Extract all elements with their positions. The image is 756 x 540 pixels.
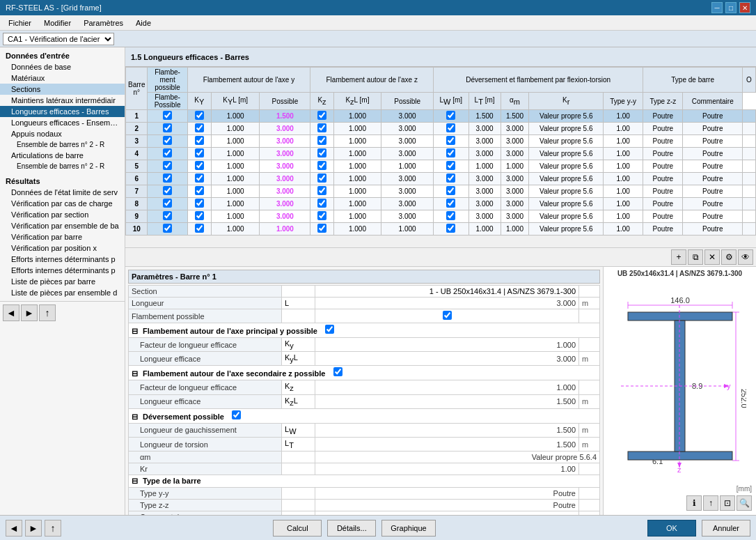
cell-typezz[interactable]: Poutre xyxy=(683,160,743,173)
chk-b[interactable] xyxy=(195,211,204,220)
cell-kz[interactable]: 1.000 xyxy=(333,173,381,185)
cell-chk-a[interactable] xyxy=(148,110,187,123)
chk-b[interactable] xyxy=(195,224,204,233)
sidebar-item-longueurs-ensemble[interactable]: Longueurs efficaces - Ensemble xyxy=(0,117,125,128)
cell-kyl[interactable]: 3.000 xyxy=(260,148,310,160)
cell-comment[interactable] xyxy=(743,160,756,173)
cell-typeyy[interactable]: Poutre xyxy=(643,223,683,236)
cell-lt[interactable]: 3.000 xyxy=(501,210,529,223)
chk-e[interactable] xyxy=(317,148,326,157)
cell-typeyy[interactable]: Poutre xyxy=(643,123,683,135)
cell-lw[interactable]: 3.000 xyxy=(468,198,501,210)
chk-e[interactable] xyxy=(317,111,326,120)
param-flambement-check[interactable] xyxy=(315,309,579,323)
cell-chk-a[interactable] xyxy=(148,123,187,135)
cell-chk-a[interactable] xyxy=(148,185,187,198)
menu-parametres[interactable]: Paramètres xyxy=(78,17,129,29)
chk-a[interactable] xyxy=(163,211,172,220)
cell-kzl[interactable]: 3.000 xyxy=(381,173,434,185)
cell-typeyy[interactable]: Poutre xyxy=(643,210,683,223)
cell-kzl[interactable]: 3.000 xyxy=(381,185,434,198)
close-button[interactable]: ✕ xyxy=(739,2,750,13)
sidebar-item-articulations[interactable]: Articulations de barre xyxy=(0,150,125,161)
cell-typezz[interactable]: Poutre xyxy=(683,135,743,148)
cell-chk-b[interactable] xyxy=(187,148,211,160)
minimize-button[interactable]: ─ xyxy=(711,2,723,13)
sidebar-item-verif-barre[interactable]: Vérification par barre xyxy=(0,231,125,242)
chk-a[interactable] xyxy=(163,161,172,170)
chk-h[interactable] xyxy=(446,211,455,220)
sidebar-item-sections[interactable]: Sections xyxy=(0,84,125,95)
table-row[interactable]: 7 1.000 3.000 1.000 3.000 3.000 3.000 Va… xyxy=(126,185,756,198)
chk-b[interactable] xyxy=(195,136,204,145)
details-button[interactable]: Détails... xyxy=(327,520,376,537)
cell-ky[interactable]: 1.000 xyxy=(211,210,260,223)
cell-lt[interactable]: 1.000 xyxy=(501,160,529,173)
sidebar-item-ensemble-barres-1[interactable]: Ensemble de barres n° 2 - R xyxy=(0,139,125,150)
nav-prev-button[interactable]: ◄ xyxy=(3,304,19,321)
param-kz-value[interactable]: 1.000 xyxy=(315,380,579,394)
cell-chk-e[interactable] xyxy=(310,185,333,198)
graphique-button[interactable]: Graphique xyxy=(381,520,435,537)
chk-b[interactable] xyxy=(195,148,204,157)
cell-kyl[interactable]: 3.000 xyxy=(260,123,310,135)
cell-typeyy[interactable]: Poutre xyxy=(643,198,683,210)
cell-comment[interactable] xyxy=(743,123,756,135)
cell-chk-a[interactable] xyxy=(148,148,187,160)
ca-selector[interactable]: CA1 - Vérification de l'acier selo xyxy=(3,33,114,45)
chk-b[interactable] xyxy=(195,161,204,170)
table-row[interactable]: 1 1.000 1.500 1.000 3.000 1.500 1.500 Va… xyxy=(126,110,756,123)
cell-lw[interactable]: 3.000 xyxy=(468,135,501,148)
chk-a[interactable] xyxy=(163,123,172,132)
cell-ky[interactable]: 1.000 xyxy=(211,123,260,135)
cell-chk-h[interactable] xyxy=(434,223,469,236)
cell-kzl[interactable]: 3.000 xyxy=(381,210,434,223)
cell-chk-a[interactable] xyxy=(148,160,187,173)
cell-typeyy[interactable]: Poutre xyxy=(643,160,683,173)
table-row[interactable]: 2 1.000 3.000 1.000 3.000 3.000 3.000 Va… xyxy=(126,123,756,135)
cell-kz[interactable]: 1.000 xyxy=(333,160,381,173)
cell-typeyy[interactable]: Poutre xyxy=(643,135,683,148)
cell-kzl[interactable]: 3.000 xyxy=(381,135,434,148)
cell-ky[interactable]: 1.000 xyxy=(211,148,260,160)
table-row[interactable]: 9 1.000 3.000 1.000 3.000 3.000 3.000 Va… xyxy=(126,210,756,223)
cell-kr[interactable]: 1.00 xyxy=(604,160,643,173)
calcul-button[interactable]: Calcul xyxy=(273,520,322,537)
flamb-y-checkbox[interactable] xyxy=(325,325,334,334)
param-comment-value[interactable] xyxy=(315,511,579,515)
table-row[interactable]: 6 1.000 3.000 1.000 3.000 3.000 3.000 Va… xyxy=(126,173,756,185)
cell-chk-e[interactable] xyxy=(310,210,333,223)
cell-comment[interactable] xyxy=(743,148,756,160)
cell-kzl[interactable]: 1.000 xyxy=(381,160,434,173)
cell-chk-b[interactable] xyxy=(187,160,211,173)
cell-chk-h[interactable] xyxy=(434,110,469,123)
cell-typeyy[interactable]: Poutre xyxy=(643,173,683,185)
cell-kyl[interactable]: 3.000 xyxy=(260,185,310,198)
cell-typeyy[interactable]: Poutre xyxy=(643,110,683,123)
cell-kz[interactable]: 1.000 xyxy=(333,148,381,160)
cell-lt[interactable]: 3.000 xyxy=(501,123,529,135)
cell-lt[interactable]: 3.000 xyxy=(501,173,529,185)
nav-next-button[interactable]: ► xyxy=(21,304,38,321)
devers-checkbox[interactable] xyxy=(232,410,241,419)
table-container[interactable]: Barren° Flambe-mentpossible Flambement a… xyxy=(125,67,756,248)
chk-e[interactable] xyxy=(317,186,326,195)
cell-typezz[interactable]: Poutre xyxy=(683,210,743,223)
cell-kz[interactable]: 1.000 xyxy=(333,123,381,135)
cell-lw[interactable]: 3.000 xyxy=(468,148,501,160)
cell-comment[interactable] xyxy=(743,198,756,210)
action-nav-back[interactable]: ◄ xyxy=(6,520,22,537)
cell-lw[interactable]: 3.000 xyxy=(468,210,501,223)
nav-export-button[interactable]: ↑ xyxy=(39,304,56,321)
cell-comment[interactable] xyxy=(743,210,756,223)
param-typezz-value[interactable]: Poutre xyxy=(315,500,579,511)
cell-lw[interactable]: 3.000 xyxy=(468,185,501,198)
chk-e[interactable] xyxy=(317,123,326,132)
cell-kyl[interactable]: 3.000 xyxy=(260,135,310,148)
table-row[interactable]: 5 1.000 3.000 1.000 1.000 1.000 1.000 Va… xyxy=(126,160,756,173)
chk-h[interactable] xyxy=(446,186,455,195)
chk-a[interactable] xyxy=(163,111,172,120)
cell-chk-a[interactable] xyxy=(148,223,187,236)
sidebar-item-materiaux[interactable]: Matériaux xyxy=(0,72,125,84)
cell-kz[interactable]: 1.000 xyxy=(333,110,381,123)
